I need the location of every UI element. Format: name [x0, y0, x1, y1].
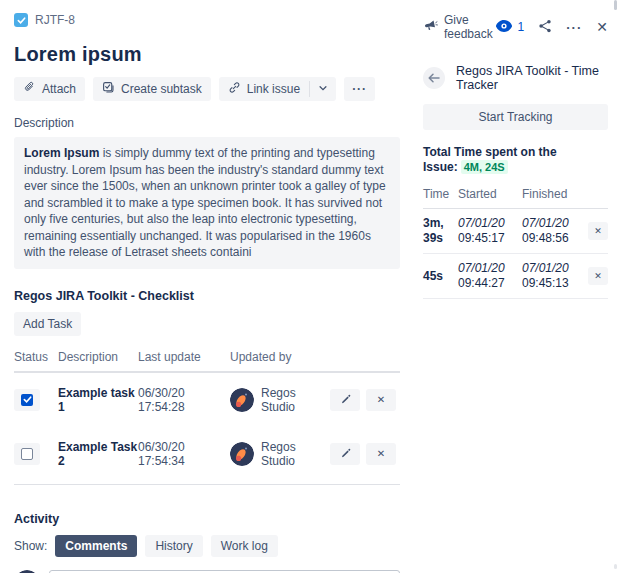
eye-icon: [496, 20, 512, 35]
checklist-table-header: Status Description Last update Updated b…: [14, 350, 400, 373]
create-subtask-button[interactable]: Create subtask: [93, 77, 211, 101]
attach-button[interactable]: Attach: [14, 77, 85, 101]
scrollbar[interactable]: [614, 564, 617, 569]
task-type-icon: [14, 13, 28, 27]
issue-key[interactable]: RJTF-8: [35, 13, 75, 27]
link-issue-button[interactable]: Link issue: [219, 77, 309, 101]
create-subtask-label: Create subtask: [121, 82, 202, 96]
link-issue-split-button: Link issue: [219, 77, 336, 101]
link-issue-caret-button[interactable]: [310, 77, 336, 101]
megaphone-icon: [423, 19, 438, 36]
task-description: Example task 1: [58, 386, 138, 414]
close-panel-button[interactable]: ✕: [596, 19, 608, 35]
description-body[interactable]: Lorem Ipsum is simply dummy text of the …: [14, 137, 400, 269]
avatar: [230, 442, 254, 466]
task-updated-by: Regos Studio: [261, 386, 330, 414]
link-issue-label: Link issue: [247, 82, 300, 96]
link-icon: [228, 81, 241, 97]
give-feedback-label: Give feedback: [444, 13, 496, 41]
description-bold-lead: Lorem Ipsum: [24, 146, 99, 160]
task-updated-by: Regos Studio: [261, 440, 330, 468]
checkbox-unchecked-icon: [21, 448, 33, 460]
entry-finished-date: 07/01/20: [522, 261, 569, 275]
paperclip-icon: [23, 81, 36, 97]
issue-toolbar: Attach Create subtask Link issue ···: [14, 77, 400, 101]
back-button[interactable]: [423, 67, 445, 89]
checklist-section-title: Regos JIRA Toolkit - Checklist: [14, 289, 400, 303]
entry-started-date: 07/01/20: [458, 261, 505, 275]
pencil-icon: [340, 447, 351, 460]
delete-task-button[interactable]: ✕: [366, 443, 396, 465]
delete-time-entry-button[interactable]: ✕: [588, 267, 608, 285]
delete-task-button[interactable]: ✕: [366, 389, 396, 411]
panel-more-button[interactable]: ···: [566, 20, 582, 35]
description-label: Description: [14, 116, 400, 130]
column-status: Status: [14, 350, 58, 364]
chevron-down-icon: [318, 82, 328, 96]
table-row: Example task 1 06/30/20 17:54:28 Regos S…: [14, 373, 400, 427]
entry-started-date: 07/01/20: [458, 216, 505, 230]
time-tracker-panel: Give feedback 1 ··· ✕ Regos JIRA Toolkit…: [423, 10, 608, 299]
entry-duration: 45s: [423, 269, 443, 283]
time-entry-row: 3m,39s 07/01/2009:45:17 07/01/2009:48:56…: [423, 209, 608, 254]
share-icon: [538, 19, 552, 36]
edit-task-button[interactable]: [330, 389, 360, 411]
watchers-count: 1: [518, 20, 525, 34]
time-table-header: Time Started Finished: [423, 187, 608, 209]
pencil-icon: [340, 393, 351, 406]
subtask-icon: [102, 81, 115, 97]
entry-finished-time: 09:45:13: [522, 276, 569, 290]
tab-work-log[interactable]: Work log: [211, 535, 278, 557]
activity-section-title: Activity: [14, 512, 400, 526]
task-description: Example Task 2: [58, 440, 138, 468]
column-started: Started: [458, 187, 522, 201]
entry-duration: 39s: [423, 231, 443, 245]
column-finished: Finished: [522, 187, 582, 201]
task-last-update: 06/30/20 17:54:28: [138, 386, 230, 414]
entry-finished-time: 09:48:56: [522, 231, 569, 245]
comment-input[interactable]: [49, 570, 400, 573]
scrollbar[interactable]: [614, 0, 617, 10]
description-text: is simply dummy text of the printing and…: [24, 146, 386, 259]
delete-time-entry-button[interactable]: ✕: [588, 222, 608, 240]
time-entry-row: 45s 07/01/2009:44:27 07/01/2009:45:13 ✕: [423, 254, 608, 299]
column-time: Time: [423, 187, 458, 201]
panel-header: Give feedback 1 ··· ✕: [423, 13, 608, 41]
arrow-left-icon: [428, 71, 440, 86]
entry-started-time: 09:45:17: [458, 231, 505, 245]
edit-task-button[interactable]: [330, 443, 360, 465]
task-last-update: 06/30/20 17:54:34: [138, 440, 230, 468]
total-time-value: 4M, 24S: [461, 160, 508, 174]
current-user-avatar: [14, 570, 40, 573]
checkbox-checked-icon: [21, 394, 33, 406]
column-updated-by: Updated by: [230, 350, 330, 364]
entry-finished-date: 07/01/20: [522, 216, 569, 230]
task-checkbox-button[interactable]: [14, 443, 40, 465]
show-label: Show:: [14, 539, 47, 553]
breadcrumb[interactable]: RJTF-8: [14, 13, 400, 27]
total-time-line: Total Time spent on the Issue:4M, 24S: [423, 145, 608, 175]
page-title: Lorem ipsum: [14, 43, 400, 66]
share-button[interactable]: [538, 19, 552, 36]
table-row: Example Task 2 06/30/20 17:54:34 Regos S…: [14, 427, 400, 485]
column-last-update: Last update: [138, 350, 230, 364]
task-checkbox-button[interactable]: [14, 389, 40, 411]
watchers-button[interactable]: 1: [496, 20, 525, 35]
issue-main-column: RJTF-8 Lorem ipsum Attach Create subtask…: [14, 10, 400, 573]
entry-duration: 3m,: [423, 216, 444, 230]
give-feedback-button[interactable]: Give feedback: [423, 13, 496, 41]
start-tracking-button[interactable]: Start Tracking: [423, 104, 608, 130]
entry-started-time: 09:44:27: [458, 276, 505, 290]
tab-comments[interactable]: Comments: [55, 535, 137, 557]
tab-history[interactable]: History: [145, 535, 202, 557]
add-task-button[interactable]: Add Task: [14, 312, 81, 336]
tracker-title: Regos JIRA Toolkit - Time Tracker: [456, 64, 608, 92]
more-actions-button[interactable]: ···: [344, 77, 375, 101]
avatar: [230, 388, 254, 412]
column-description: Description: [58, 350, 138, 364]
attach-label: Attach: [42, 82, 76, 96]
